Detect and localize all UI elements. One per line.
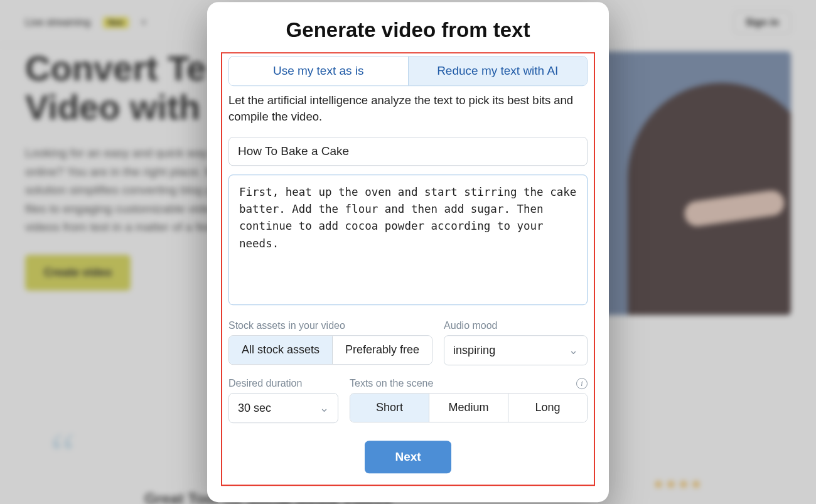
video-text-input[interactable] xyxy=(228,174,588,305)
texts-on-scene-label: Texts on the scene xyxy=(350,378,433,389)
stock-all-option[interactable]: All stock assets xyxy=(229,336,332,364)
modal-title: Generate video from text xyxy=(207,18,609,42)
tab-use-text-as-is[interactable]: Use my text as is xyxy=(229,56,408,85)
mode-description: Let the artificial intelligence analyze … xyxy=(228,92,588,126)
video-title-input[interactable] xyxy=(228,137,588,166)
stock-assets-label: Stock assets in your video xyxy=(228,320,432,331)
text-mode-tabs: Use my text as is Reduce my text with AI xyxy=(228,56,588,86)
stock-assets-toggle: All stock assets Preferably free xyxy=(228,335,432,365)
texts-length-toggle: Short Medium Long xyxy=(350,393,588,422)
tab-reduce-with-ai[interactable]: Reduce my text with AI xyxy=(408,56,588,85)
info-icon[interactable]: i xyxy=(576,378,588,389)
next-button[interactable]: Next xyxy=(365,441,451,473)
audio-mood-select[interactable]: inspiring ⌄ xyxy=(444,335,588,365)
stock-free-option[interactable]: Preferably free xyxy=(332,336,432,364)
duration-label: Desired duration xyxy=(228,378,338,389)
generate-video-modal: Generate video from text Use my text as … xyxy=(207,2,609,503)
texts-long-option[interactable]: Long xyxy=(508,394,587,422)
chevron-down-icon: ⌄ xyxy=(319,401,329,415)
audio-mood-value: inspiring xyxy=(453,344,495,357)
chevron-down-icon: ⌄ xyxy=(569,343,578,357)
highlight-box: Use my text as is Reduce my text with AI… xyxy=(221,52,595,486)
duration-value: 30 sec xyxy=(238,402,271,415)
duration-select[interactable]: 30 sec ⌄ xyxy=(228,393,338,423)
audio-mood-label: Audio mood xyxy=(444,320,588,331)
texts-medium-option[interactable]: Medium xyxy=(429,394,508,422)
texts-short-option[interactable]: Short xyxy=(350,394,429,422)
